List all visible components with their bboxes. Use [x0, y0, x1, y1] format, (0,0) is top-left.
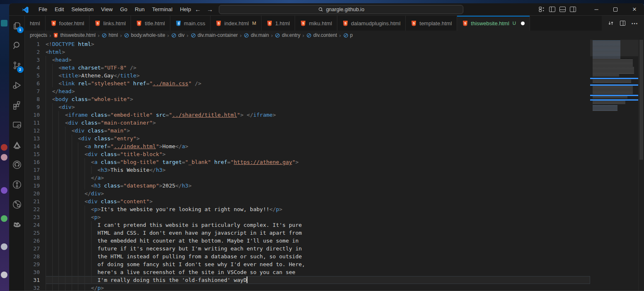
- minimize-button[interactable]: ─: [587, 3, 606, 15]
- code-line-29[interactable]: 29 of doing some fancy shit I don't see …: [25, 260, 590, 268]
- code-line-17[interactable]: 17 <h3>This Website</h3>: [25, 166, 590, 174]
- breadcrumb-item-div-main[interactable]: div.main: [244, 32, 269, 38]
- minimap[interactable]: [590, 40, 638, 291]
- activity-remote-explorer-icon[interactable]: [9, 115, 25, 135]
- breadcrumb-item-projects[interactable]: projects: [30, 32, 47, 38]
- activity-run-debug-icon[interactable]: [9, 75, 25, 95]
- editor-scrollbar[interactable]: [638, 40, 644, 291]
- code-editor[interactable]: 1<!DOCTYPE html>2<html>3 <head>4 <meta c…: [25, 40, 590, 291]
- code-line-24[interactable]: 24 I can't pretend this website is parti…: [25, 221, 590, 229]
- breadcrumb-item-thiswebsite-html[interactable]: thiswebsite.html: [53, 32, 95, 38]
- more-actions-icon[interactable]: ⋯: [631, 19, 638, 27]
- toggle-panel-button[interactable]: [559, 7, 566, 12]
- code-line-11[interactable]: 11 <div class="main-container">: [25, 119, 590, 127]
- maximize-button[interactable]: [606, 3, 625, 15]
- code-line-27[interactable]: 27 future if it's necessary but I'm writ…: [25, 245, 590, 253]
- tab-dalamudplugins.html[interactable]: dalamudplugins.html: [337, 16, 406, 31]
- tab-title.html[interactable]: title.html: [131, 16, 170, 31]
- activity-github-icon[interactable]: [9, 155, 25, 175]
- vscode-logo-icon: [22, 6, 29, 13]
- code-line-26[interactable]: 26 the embedded hit counter at the botto…: [25, 237, 590, 245]
- code-line-8[interactable]: 8 <body class="whole-site">: [25, 95, 590, 103]
- open-changes-icon[interactable]: [608, 20, 614, 26]
- menu-view[interactable]: View: [97, 5, 116, 14]
- activity-extensions-icon[interactable]: [9, 95, 25, 115]
- breadcrumb-item-p[interactable]: p: [343, 32, 353, 38]
- breadcrumb-item-div-content[interactable]: div.content: [306, 32, 337, 38]
- code-line-23[interactable]: 23 <p>: [25, 213, 590, 221]
- code-line-22[interactable]: 22 <p>It's the website you're looking at…: [25, 205, 590, 213]
- code-line-18[interactable]: 18 </a>: [25, 174, 590, 182]
- code-line-16[interactable]: 16 <a class="blog-title" target="_blank"…: [25, 158, 590, 166]
- toggle-primary-sidebar-button[interactable]: [549, 7, 555, 12]
- code-line-28[interactable]: 28 the HTML instead of pulling from a da…: [25, 253, 590, 260]
- menu-edit[interactable]: Edit: [51, 5, 68, 14]
- code-line-5[interactable]: 5 <title>Athene.Gay</title>: [25, 72, 590, 79]
- scrollbar-thumb[interactable]: [639, 40, 643, 160]
- tab-footer.html[interactable]: footer.html: [46, 16, 90, 31]
- tab-miku.html[interactable]: miku.html: [295, 16, 337, 31]
- breadcrumb-item-html[interactable]: html: [102, 32, 118, 38]
- tab-1.html[interactable]: 1.html: [261, 16, 295, 31]
- code-line-31[interactable]: 31 I'm really doing this the 'old-fashio…: [25, 276, 590, 284]
- code-line-4[interactable]: 4 <meta charset="UTF-8" />: [25, 64, 590, 72]
- activity-explorer-icon[interactable]: 1: [9, 16, 25, 36]
- code-line-1[interactable]: 1<!DOCTYPE html>: [25, 40, 590, 48]
- activity-gitlens-icon[interactable]: [9, 175, 25, 195]
- close-button[interactable]: ✕: [625, 3, 644, 15]
- line-content: <a href="../index.html">Home</a>: [46, 142, 590, 150]
- customize-layout-button[interactable]: [539, 7, 545, 12]
- code-line-9[interactable]: 9 <div>: [25, 103, 590, 111]
- tab-links.html[interactable]: links.html: [90, 16, 131, 31]
- code-line-20[interactable]: 20 </div>: [25, 190, 590, 197]
- tab-index.html[interactable]: index.htmlM: [211, 16, 261, 31]
- code-line-12[interactable]: 12 <div class="main">: [25, 127, 590, 135]
- menu-go[interactable]: Go: [116, 5, 131, 14]
- code-line-6[interactable]: 6 <link rel="stylesheet" href="../main.c…: [25, 79, 590, 87]
- line-number: 1: [25, 40, 46, 48]
- activity-badge: 1: [17, 26, 24, 33]
- indent-guide: [85, 237, 85, 245]
- code-line-13[interactable]: 13 <div class="entry">: [25, 135, 590, 142]
- split-editor-icon[interactable]: [620, 21, 625, 26]
- code-line-14[interactable]: 14 <a href="../index.html">Home</a>: [25, 142, 590, 150]
- toggle-secondary-sidebar-button[interactable]: [570, 7, 576, 12]
- indent-guide: [78, 221, 78, 229]
- tab-main.css[interactable]: main.css: [170, 16, 211, 31]
- code-line-32[interactable]: 32 </p>: [25, 284, 590, 291]
- activity-godot-tools-icon[interactable]: [9, 214, 25, 234]
- activity-source-control-icon[interactable]: 2: [9, 55, 25, 75]
- code-line-21[interactable]: 21 <div class="content">: [25, 197, 590, 205]
- breadcrumb-item-body-whole-site[interactable]: body.whole-site: [124, 32, 165, 38]
- indent-guide: [72, 268, 72, 276]
- navigate-forward-button[interactable]: →: [207, 6, 213, 13]
- menu-run[interactable]: Run: [131, 5, 148, 14]
- menu-help[interactable]: Help: [176, 5, 195, 14]
- command-center-search[interactable]: gnargle.github.io: [219, 5, 463, 14]
- line-content: <link rel="stylesheet" href="../main.css…: [46, 79, 590, 87]
- menu-terminal[interactable]: Terminal: [148, 5, 176, 14]
- activity-git-pullrequest-icon[interactable]: [9, 195, 25, 214]
- code-line-2[interactable]: 2<html>: [25, 48, 590, 56]
- menu-file[interactable]: File: [35, 5, 51, 14]
- code-line-19[interactable]: 19 <h3 class="datestamp">2025</h3>: [25, 182, 590, 190]
- code-line-10[interactable]: 10 <iframe class="embed-title" src="../s…: [25, 111, 590, 119]
- tab-template.html[interactable]: template.html: [406, 16, 457, 31]
- tab-label: main.css: [184, 20, 205, 26]
- code-line-30[interactable]: 30 here's a live screenshot of the site …: [25, 268, 590, 276]
- tab-thiswebsite.html[interactable]: thiswebsite.htmlU: [457, 16, 530, 31]
- code-line-25[interactable]: 25 HTML and CSS. I don't even have any j…: [25, 229, 590, 237]
- menu-selection[interactable]: Selection: [68, 5, 97, 14]
- code-line-3[interactable]: 3 <head>: [25, 56, 590, 64]
- breadcrumb-item-div[interactable]: div: [171, 32, 184, 38]
- breadcrumb-item-div-entry[interactable]: div.entry: [275, 32, 300, 38]
- activity-triangle-a-extension-icon[interactable]: [9, 135, 25, 155]
- navigate-back-button[interactable]: ←: [195, 6, 201, 13]
- tab-html[interactable]: html: [25, 16, 46, 31]
- breadcrumb-item-div-main-container[interactable]: div.main-container: [191, 32, 238, 38]
- unsaved-dot-icon[interactable]: [521, 22, 525, 25]
- code-line-15[interactable]: 15 <div class="title-block">: [25, 150, 590, 158]
- css-file-icon: [175, 20, 182, 26]
- code-line-7[interactable]: 7 </head>: [25, 87, 590, 95]
- activity-search-icon[interactable]: [9, 36, 25, 55]
